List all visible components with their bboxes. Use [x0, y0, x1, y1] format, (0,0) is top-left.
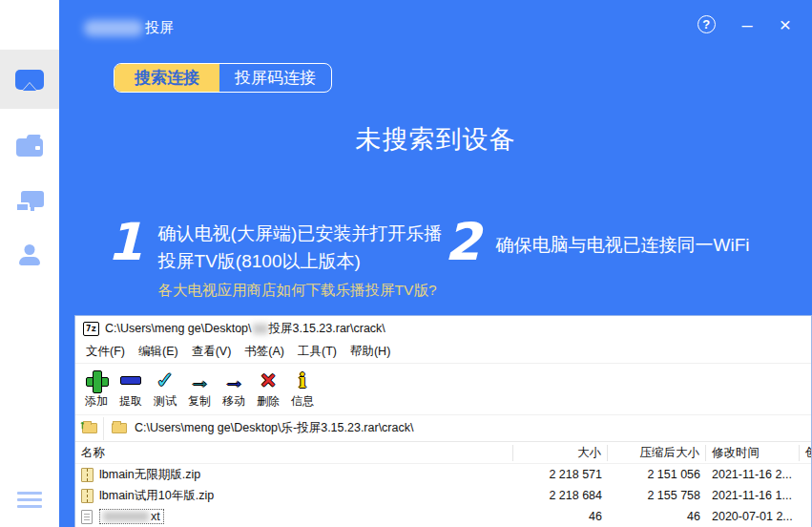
app-title-text: 投屏	[145, 19, 174, 37]
multi-device-icon	[15, 191, 44, 212]
copy-arrow-icon: →	[189, 369, 211, 391]
minimize-icon[interactable]: –	[742, 18, 753, 32]
sidebar-item-devices[interactable]	[0, 172, 59, 231]
column-packed-size[interactable]: 压缩后大小	[608, 445, 706, 461]
sevenzip-title-path: C:\Users\meng ge\Desktop\投屏3.15.23.rar\c…	[105, 321, 385, 337]
toolbar-extract-button[interactable]: 提取	[114, 368, 148, 410]
zip-file-icon	[81, 489, 94, 503]
folder-icon	[112, 423, 127, 433]
sidebar	[0, 0, 59, 527]
up-folder-button[interactable]: ↑	[75, 417, 104, 440]
file-size: 2 218 684	[513, 489, 608, 502]
sevenzip-window: 7z C:\Users\meng ge\Desktop\投屏3.15.23.ra…	[74, 315, 812, 527]
test-check-icon: ✓	[156, 369, 174, 391]
connection-tabs: 搜索连接 投屏码连接	[114, 63, 332, 93]
hamburger-menu-icon	[17, 492, 42, 508]
step-1-number: 1	[107, 212, 143, 301]
up-arrow-icon: ↑	[79, 418, 85, 432]
redacted-path-segment	[253, 324, 268, 334]
redacted-file-name	[103, 512, 149, 521]
focused-file-name: xt	[99, 509, 164, 524]
app-title: 投屏	[84, 17, 174, 38]
sevenzip-app-icon: 7z	[83, 322, 99, 336]
toolbar-delete-button[interactable]: × 删除	[251, 368, 285, 410]
step-1-download-link[interactable]: 各大电视应用商店如何下载乐播投屏TV版?	[158, 281, 447, 301]
column-size[interactable]: 大小	[513, 445, 608, 461]
menu-tools[interactable]: 工具(T)	[291, 344, 344, 360]
sidebar-item-cast[interactable]	[0, 50, 59, 109]
cast-screen-icon	[15, 70, 44, 90]
sevenzip-titlebar[interactable]: 7z C:\Users\meng ge\Desktop\投屏3.15.23.ra…	[75, 316, 811, 341]
wallet-icon	[16, 138, 43, 157]
menu-view[interactable]: 查看(V)	[185, 344, 239, 360]
file-packed-size: 2 151 056	[608, 468, 706, 481]
toolbar-move-button[interactable]: → 移动	[217, 368, 251, 410]
move-arrow-icon: →	[223, 369, 245, 391]
extract-minus-icon	[120, 376, 141, 385]
step-2: 2 确保电脑与电视已连接同一WiFi	[445, 212, 802, 273]
txt-file-icon	[81, 510, 93, 524]
file-size: 46	[513, 510, 608, 523]
sidebar-menu-button[interactable]	[0, 470, 59, 527]
table-row[interactable]: lbmain试用10年版.zip 2 218 684 2 155 758 202…	[75, 485, 811, 506]
file-name: lbmain试用10年版.zip	[99, 488, 214, 504]
sidebar-item-wallet[interactable]	[0, 117, 59, 177]
menu-favorites[interactable]: 书签(A)	[238, 344, 291, 360]
tab-search-connect[interactable]: 搜索连接	[115, 64, 219, 92]
step-2-text: 确保电脑与电视已连接同一WiFi	[496, 220, 802, 259]
window-controls: ? – ×	[697, 15, 791, 33]
file-packed-size: 2 155 758	[608, 489, 706, 502]
toolbar-info-button[interactable]: i 信息	[285, 368, 320, 410]
toolbar-test-button[interactable]: ✓ 测试	[148, 368, 182, 410]
help-icon[interactable]: ?	[697, 15, 716, 33]
menu-help[interactable]: 帮助(H)	[344, 344, 397, 360]
add-plus-icon	[86, 370, 107, 391]
sidebar-item-user[interactable]	[0, 225, 59, 285]
file-modified: 2021-11-16 2...	[706, 468, 800, 481]
step-1-text: 确认电视(大屏端)已安装并打开乐播投屏TV版(8100以上版本)	[158, 220, 447, 275]
file-packed-size: 46	[608, 510, 706, 523]
address-input[interactable]: C:\Users\meng ge\Desktop\乐-投屏3.15.23.rar…	[104, 415, 811, 441]
column-modified[interactable]: 修改时间	[706, 445, 800, 461]
sevenzip-addressbar: ↑ C:\Users\meng ge\Desktop\乐-投屏3.15.23.r…	[75, 415, 811, 442]
sevenzip-menubar: 文件(F) 编辑(E) 查看(V) 书签(A) 工具(T) 帮助(H)	[75, 341, 811, 364]
table-row[interactable]: lbmain无限期版.zip 2 218 571 2 151 056 2021-…	[75, 464, 811, 485]
info-i-icon: i	[299, 369, 306, 391]
column-created-clipped[interactable]: 创	[800, 445, 811, 461]
file-size: 2 218 571	[513, 468, 608, 481]
no-device-status: 未搜索到设备	[59, 122, 812, 157]
menu-edit[interactable]: 编辑(E)	[132, 344, 185, 360]
delete-x-icon: ×	[260, 369, 275, 391]
file-modified: 2021-11-16 1...	[706, 489, 800, 502]
redacted-app-name	[84, 20, 143, 36]
file-modified: 2020-07-01 2...	[706, 510, 800, 523]
file-table-header: 名称 大小 压缩后大小 修改时间 创	[75, 442, 811, 464]
close-icon[interactable]: ×	[780, 16, 791, 33]
table-row-focused[interactable]: xt 46 46 2020-07-01 2...	[75, 506, 811, 527]
sevenzip-toolbar: 添加 提取 ✓ 测试 → 复制 → 移动 × 删除 i 信息	[75, 364, 811, 415]
tab-code-connect[interactable]: 投屏码连接	[219, 64, 331, 92]
menu-file[interactable]: 文件(F)	[79, 344, 132, 360]
toolbar-add-button[interactable]: 添加	[79, 368, 114, 410]
column-name[interactable]: 名称	[75, 445, 513, 461]
user-icon	[18, 244, 41, 265]
zip-file-icon	[81, 468, 94, 482]
toolbar-copy-button[interactable]: → 复制	[182, 368, 217, 410]
file-name: lbmain无限期版.zip	[99, 467, 200, 483]
step-2-number: 2	[445, 212, 481, 273]
step-1: 1 确认电视(大屏端)已安装并打开乐播投屏TV版(8100以上版本) 各大电视应…	[107, 212, 447, 301]
address-path: C:\Users\meng ge\Desktop\乐-投屏3.15.23.rar…	[135, 420, 413, 436]
